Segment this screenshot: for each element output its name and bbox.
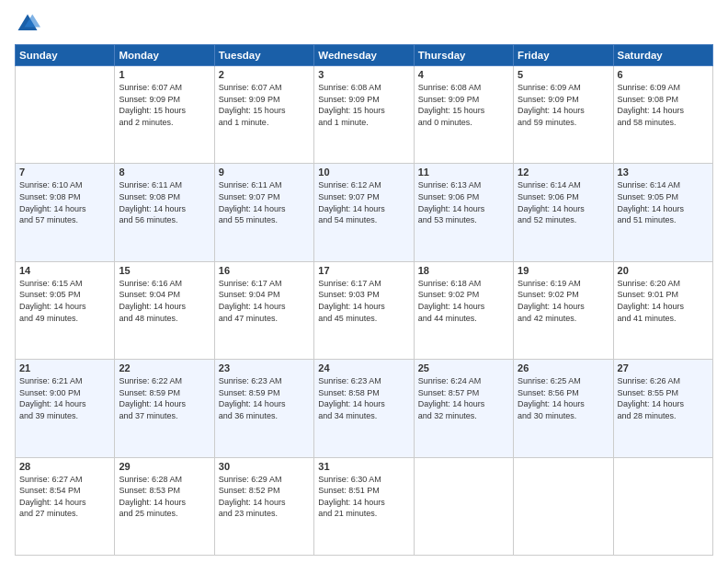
week-row-0: 1Sunrise: 6:07 AM Sunset: 9:09 PM Daylig… <box>16 66 713 164</box>
calendar-cell: 2Sunrise: 6:07 AM Sunset: 9:09 PM Daylig… <box>214 66 313 164</box>
calendar-cell: 31Sunrise: 6:30 AM Sunset: 8:51 PM Dayli… <box>314 457 414 555</box>
calendar-cell: 26Sunrise: 6:25 AM Sunset: 8:56 PM Dayli… <box>514 360 613 457</box>
cell-info: Sunrise: 6:17 AM Sunset: 9:04 PM Dayligh… <box>219 278 310 324</box>
calendar-cell: 28Sunrise: 6:27 AM Sunset: 8:54 PM Dayli… <box>16 457 115 555</box>
cell-info: Sunrise: 6:27 AM Sunset: 8:54 PM Dayligh… <box>19 474 110 520</box>
calendar-cell: 8Sunrise: 6:11 AM Sunset: 9:08 PM Daylig… <box>115 164 214 261</box>
col-header-sunday: Sunday <box>16 45 115 66</box>
day-number: 18 <box>418 265 509 276</box>
calendar-cell: 24Sunrise: 6:23 AM Sunset: 8:58 PM Dayli… <box>314 360 414 457</box>
day-number: 4 <box>418 69 509 80</box>
cell-info: Sunrise: 6:14 AM Sunset: 9:05 PM Dayligh… <box>618 179 709 225</box>
cell-info: Sunrise: 6:12 AM Sunset: 9:07 PM Dayligh… <box>318 179 409 225</box>
calendar-table: SundayMondayTuesdayWednesdayThursdayFrid… <box>15 44 713 556</box>
calendar-cell: 16Sunrise: 6:17 AM Sunset: 9:04 PM Dayli… <box>214 261 313 359</box>
calendar-cell: 3Sunrise: 6:08 AM Sunset: 9:09 PM Daylig… <box>314 66 414 164</box>
calendar-cell: 10Sunrise: 6:12 AM Sunset: 9:07 PM Dayli… <box>314 164 414 261</box>
col-header-friday: Friday <box>514 45 613 66</box>
calendar-cell <box>613 457 712 555</box>
day-number: 29 <box>119 461 210 472</box>
cell-info: Sunrise: 6:11 AM Sunset: 9:07 PM Dayligh… <box>219 179 310 225</box>
header-row: SundayMondayTuesdayWednesdayThursdayFrid… <box>16 45 713 66</box>
col-header-saturday: Saturday <box>613 45 712 66</box>
calendar-cell: 21Sunrise: 6:21 AM Sunset: 9:00 PM Dayli… <box>16 360 115 457</box>
calendar-cell: 29Sunrise: 6:28 AM Sunset: 8:53 PM Dayli… <box>115 457 214 555</box>
calendar-cell: 20Sunrise: 6:20 AM Sunset: 9:01 PM Dayli… <box>613 261 712 359</box>
day-number: 9 <box>219 167 310 178</box>
day-number: 21 <box>19 362 110 373</box>
day-number: 22 <box>119 362 210 373</box>
day-number: 28 <box>19 461 110 472</box>
calendar-cell: 11Sunrise: 6:13 AM Sunset: 9:06 PM Dayli… <box>414 164 513 261</box>
cell-info: Sunrise: 6:19 AM Sunset: 9:02 PM Dayligh… <box>518 278 609 324</box>
day-number: 14 <box>19 265 110 276</box>
day-number: 6 <box>618 69 709 80</box>
cell-info: Sunrise: 6:13 AM Sunset: 9:06 PM Dayligh… <box>418 179 509 225</box>
calendar-cell: 14Sunrise: 6:15 AM Sunset: 9:05 PM Dayli… <box>16 261 115 359</box>
header <box>15 11 713 37</box>
logo <box>15 11 44 37</box>
calendar-cell: 1Sunrise: 6:07 AM Sunset: 9:09 PM Daylig… <box>115 66 214 164</box>
week-row-4: 28Sunrise: 6:27 AM Sunset: 8:54 PM Dayli… <box>16 457 713 555</box>
day-number: 10 <box>318 167 409 178</box>
cell-info: Sunrise: 6:30 AM Sunset: 8:51 PM Dayligh… <box>318 474 409 520</box>
day-number: 11 <box>418 167 509 178</box>
day-number: 23 <box>219 362 310 373</box>
calendar-cell: 12Sunrise: 6:14 AM Sunset: 9:06 PM Dayli… <box>514 164 613 261</box>
cell-info: Sunrise: 6:28 AM Sunset: 8:53 PM Dayligh… <box>119 474 210 520</box>
col-header-wednesday: Wednesday <box>314 45 414 66</box>
cell-info: Sunrise: 6:22 AM Sunset: 8:59 PM Dayligh… <box>119 375 210 421</box>
calendar-cell: 30Sunrise: 6:29 AM Sunset: 8:52 PM Dayli… <box>214 457 313 555</box>
cell-info: Sunrise: 6:11 AM Sunset: 9:08 PM Dayligh… <box>119 179 210 225</box>
cell-info: Sunrise: 6:26 AM Sunset: 8:55 PM Dayligh… <box>618 375 709 421</box>
day-number: 17 <box>318 265 409 276</box>
cell-info: Sunrise: 6:10 AM Sunset: 9:08 PM Dayligh… <box>19 179 110 225</box>
col-header-thursday: Thursday <box>414 45 513 66</box>
day-number: 5 <box>518 69 609 80</box>
calendar-cell <box>514 457 613 555</box>
cell-info: Sunrise: 6:23 AM Sunset: 8:59 PM Dayligh… <box>219 375 310 421</box>
calendar-cell: 27Sunrise: 6:26 AM Sunset: 8:55 PM Dayli… <box>613 360 712 457</box>
day-number: 13 <box>618 167 709 178</box>
logo-icon <box>15 11 40 37</box>
cell-info: Sunrise: 6:09 AM Sunset: 9:08 PM Dayligh… <box>618 82 709 128</box>
day-number: 16 <box>219 265 310 276</box>
day-number: 3 <box>318 69 409 80</box>
day-number: 15 <box>119 265 210 276</box>
calendar-cell: 22Sunrise: 6:22 AM Sunset: 8:59 PM Dayli… <box>115 360 214 457</box>
cell-info: Sunrise: 6:15 AM Sunset: 9:05 PM Dayligh… <box>19 278 110 324</box>
calendar-cell: 25Sunrise: 6:24 AM Sunset: 8:57 PM Dayli… <box>414 360 513 457</box>
week-row-1: 7Sunrise: 6:10 AM Sunset: 9:08 PM Daylig… <box>16 164 713 261</box>
calendar-cell: 15Sunrise: 6:16 AM Sunset: 9:04 PM Dayli… <box>115 261 214 359</box>
day-number: 8 <box>119 167 210 178</box>
day-number: 20 <box>618 265 709 276</box>
day-number: 12 <box>518 167 609 178</box>
calendar-cell: 13Sunrise: 6:14 AM Sunset: 9:05 PM Dayli… <box>613 164 712 261</box>
col-header-monday: Monday <box>115 45 214 66</box>
calendar-cell: 18Sunrise: 6:18 AM Sunset: 9:02 PM Dayli… <box>414 261 513 359</box>
cell-info: Sunrise: 6:07 AM Sunset: 9:09 PM Dayligh… <box>119 82 210 128</box>
calendar-cell: 5Sunrise: 6:09 AM Sunset: 9:09 PM Daylig… <box>514 66 613 164</box>
cell-info: Sunrise: 6:16 AM Sunset: 9:04 PM Dayligh… <box>119 278 210 324</box>
cell-info: Sunrise: 6:21 AM Sunset: 9:00 PM Dayligh… <box>19 375 110 421</box>
calendar-cell: 17Sunrise: 6:17 AM Sunset: 9:03 PM Dayli… <box>314 261 414 359</box>
cell-info: Sunrise: 6:14 AM Sunset: 9:06 PM Dayligh… <box>518 179 609 225</box>
calendar-cell: 4Sunrise: 6:08 AM Sunset: 9:09 PM Daylig… <box>414 66 513 164</box>
cell-info: Sunrise: 6:25 AM Sunset: 8:56 PM Dayligh… <box>518 375 609 421</box>
cell-info: Sunrise: 6:17 AM Sunset: 9:03 PM Dayligh… <box>318 278 409 324</box>
calendar-cell: 9Sunrise: 6:11 AM Sunset: 9:07 PM Daylig… <box>214 164 313 261</box>
col-header-tuesday: Tuesday <box>214 45 313 66</box>
cell-info: Sunrise: 6:23 AM Sunset: 8:58 PM Dayligh… <box>318 375 409 421</box>
calendar-cell: 6Sunrise: 6:09 AM Sunset: 9:08 PM Daylig… <box>613 66 712 164</box>
cell-info: Sunrise: 6:20 AM Sunset: 9:01 PM Dayligh… <box>618 278 709 324</box>
day-number: 25 <box>418 362 509 373</box>
day-number: 19 <box>518 265 609 276</box>
week-row-3: 21Sunrise: 6:21 AM Sunset: 9:00 PM Dayli… <box>16 360 713 457</box>
day-number: 7 <box>19 167 110 178</box>
day-number: 2 <box>219 69 310 80</box>
day-number: 1 <box>119 69 210 80</box>
cell-info: Sunrise: 6:09 AM Sunset: 9:09 PM Dayligh… <box>518 82 609 128</box>
cell-info: Sunrise: 6:29 AM Sunset: 8:52 PM Dayligh… <box>219 474 310 520</box>
day-number: 30 <box>219 461 310 472</box>
cell-info: Sunrise: 6:18 AM Sunset: 9:02 PM Dayligh… <box>418 278 509 324</box>
